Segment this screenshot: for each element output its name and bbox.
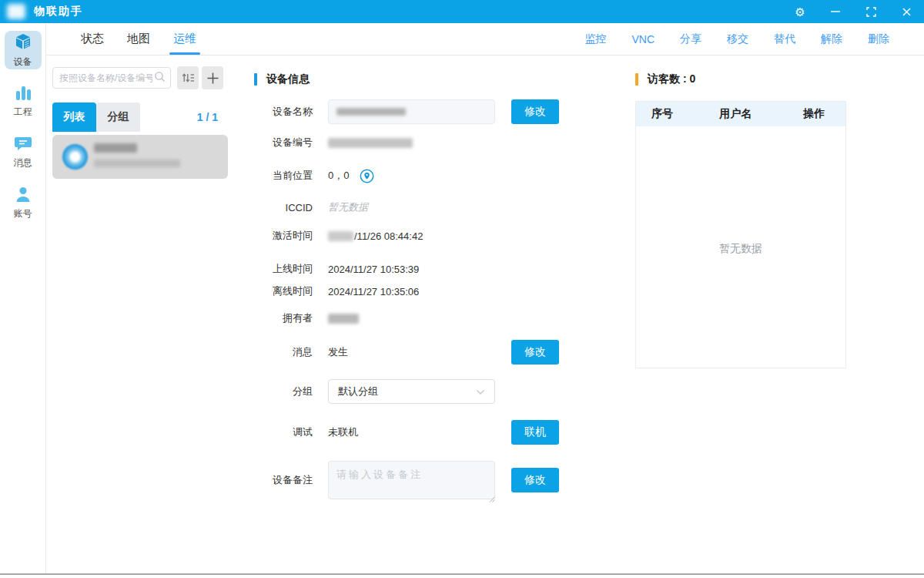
visitors-panel: 访客数 : 0 序号 用户名 操作 暂无数据 [612,55,924,573]
sidebar-item-messages[interactable]: 消息 [5,133,42,171]
window-controls: ⚙ [782,0,924,23]
activated-time-value: /11/26 08:44:42 [354,230,423,242]
device-count: 1 / 1 [197,111,218,123]
device-info-panel: 设备信息 设备名称 修改 设备编号 当前位置 0，0 [230,55,612,573]
view-tabs: 状态 地图 运维 [77,23,216,55]
tab-status[interactable]: 状态 [77,23,108,55]
bar-chart-icon [14,84,32,104]
device-action-links: 监控 VNC 分享 移交 替代 解除 删除 [584,23,889,55]
row-label: 分组 [254,385,313,398]
location-pin-icon[interactable] [360,169,374,183]
chat-icon [14,135,32,155]
minimize-icon[interactable] [818,0,853,23]
visitors-title: 访客数 : 0 [648,72,695,86]
visitors-table-header: 序号 用户名 操作 [636,102,845,126]
row-remark: 设备备注 [254,461,313,499]
row-location: 当前位置 0，0 [254,168,374,183]
device-name-value-redacted [336,108,406,116]
action-substitute[interactable]: 替代 [774,32,795,46]
device-search [52,67,171,89]
row-group: 分组 [254,379,313,404]
app-window: 物联助手 ⚙ 状态 地图 运维 监控 VNC 分享 移交 [0,0,924,578]
row-label: 拥有者 [254,311,313,325]
connect-button[interactable]: 联机 [511,420,559,445]
tab-list[interactable]: 列表 [52,102,96,132]
device-name-input[interactable] [328,99,495,124]
action-share[interactable]: 分享 [680,32,701,46]
action-transfer[interactable]: 移交 [727,32,748,46]
row-label: 当前位置 [254,169,313,183]
titlebar: 物联助手 ⚙ [0,0,924,23]
offline-time-value: 2024/11/27 10:35:06 [328,286,419,297]
row-device-name: 设备名称 [254,99,313,124]
visitors-header: 访客数 : 0 [635,72,695,86]
sidebar-item-projects[interactable]: 工程 [5,82,42,120]
debug-status-value: 未联机 [328,425,358,439]
icon-sidebar: 设备 工程 消息 [0,23,46,573]
row-offline-time: 离线时间 2024/11/27 10:35:06 [254,285,419,297]
row-label: 设备编号 [254,136,313,150]
add-device-button[interactable] [202,66,223,89]
window-bottom-edge [0,573,924,575]
device-info-header: 设备信息 [254,72,310,86]
action-monitor[interactable]: 监控 [584,32,606,46]
group-selected-value: 默认分组 [338,385,476,398]
device-list-panel: 列表 分组 1 / 1 [46,55,230,573]
sidebar-item-label: 消息 [14,156,32,170]
online-time-value: 2024/11/27 10:53:39 [328,264,419,275]
action-delete[interactable]: 删除 [868,32,889,46]
sidebar-item-devices[interactable]: 设备 [5,31,42,69]
row-label: 激活时间 [254,229,313,243]
tab-group[interactable]: 分组 [96,102,140,132]
row-label: 调试 [254,425,313,439]
device-list-item[interactable] [52,135,228,179]
chevron-down-icon [476,385,485,398]
row-online-time: 上线时间 2024/11/27 10:53:39 [254,263,419,275]
row-label: 设备名称 [254,105,313,119]
app-title: 物联助手 [34,5,83,18]
tab-map[interactable]: 地图 [123,23,154,55]
iccid-value: 暂无数据 [328,200,368,214]
section-title: 设备信息 [266,72,310,86]
row-owner: 拥有者 [254,312,359,324]
close-icon[interactable] [889,0,924,23]
remark-textarea[interactable] [328,461,495,499]
action-unbind[interactable]: 解除 [821,32,842,46]
modify-message-button[interactable]: 修改 [511,340,559,365]
user-icon [15,186,32,206]
search-icon [154,71,166,86]
device-name-redacted [94,143,137,153]
modify-remark-button[interactable]: 修改 [511,468,559,492]
active-tab-underline [169,52,200,55]
device-serial-value-redacted [328,138,413,148]
owner-value-redacted [328,314,359,324]
sidebar-item-label: 账号 [14,207,32,220]
row-iccid: ICCID 暂无数据 [254,201,368,213]
section-accent-bar [254,73,257,86]
maximize-icon[interactable] [853,0,889,23]
row-label: 设备备注 [254,473,313,487]
sort-order-button[interactable] [177,66,199,89]
col-username: 用户名 [688,107,782,121]
sidebar-item-account[interactable]: 账号 [5,183,42,222]
sidebar-item-label: 设备 [14,55,32,69]
device-avatar [62,144,88,170]
tab-ops[interactable]: 运维 [169,23,200,55]
group-select[interactable]: 默认分组 [328,379,495,404]
row-message: 消息 发生 [254,346,348,358]
row-label: 离线时间 [254,284,313,298]
activated-year-redacted [328,231,353,241]
action-vnc[interactable]: VNC [631,33,654,45]
row-label: 上线时间 [254,262,313,276]
sidebar-item-label: 工程 [14,106,32,119]
modify-name-button[interactable]: 修改 [511,99,559,124]
row-label: 消息 [254,345,313,359]
device-serial-redacted [94,160,180,167]
list-group-tabs: 列表 分组 [52,102,140,132]
device-search-input[interactable] [53,72,154,83]
section-accent-bar [635,73,638,86]
empty-state-text: 暂无数据 [636,242,845,256]
row-debug: 调试 未联机 [254,426,358,439]
col-operation: 操作 [782,107,845,121]
settings-gear-icon[interactable]: ⚙ [782,0,818,23]
